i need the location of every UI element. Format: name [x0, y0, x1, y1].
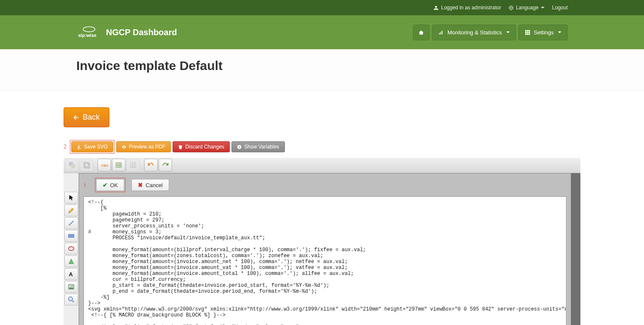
- svg-point-37: [68, 247, 74, 251]
- brand[interactable]: sip:wise NGCP Dashboard: [76, 26, 177, 39]
- undo-button[interactable]: [144, 159, 158, 171]
- sipwise-logo: sip:wise: [76, 26, 102, 39]
- eye-icon: [122, 145, 126, 149]
- svg-rect-5: [439, 33, 440, 34]
- svg-rect-16: [529, 33, 530, 34]
- callout-1-box: ✔ OK: [95, 178, 126, 192]
- arrange-icon: [68, 161, 76, 169]
- svg-rect-36: [68, 234, 74, 237]
- zoom-tool[interactable]: [64, 294, 78, 305]
- monitoring-dropdown[interactable]: Monitoring & Statistics: [432, 25, 516, 40]
- text-tool[interactable]: A: [64, 268, 78, 280]
- arrange-button: [65, 159, 79, 171]
- wireframe-icon: [115, 161, 123, 169]
- settings-label: Settings: [534, 29, 554, 36]
- line-tool[interactable]: [64, 217, 78, 229]
- cancel-button[interactable]: ✖ Cancel: [131, 179, 169, 191]
- svg-rect-14: [525, 33, 527, 34]
- svg-text:sip:wise: sip:wise: [78, 33, 96, 38]
- arrow-left-icon: [73, 115, 79, 120]
- svg-line-35: [69, 221, 73, 226]
- navbar: sip:wise NGCP Dashboard Monitoring & Sta…: [0, 15, 644, 49]
- source-code-textarea[interactable]: <!--{ [% pagewidth = 210; pageheight = 2…: [84, 196, 566, 325]
- tool-palette: A: [64, 173, 79, 325]
- preview-pdf-label: Preview as PDF: [129, 144, 165, 150]
- show-variables-button[interactable]: Show Variables: [231, 141, 285, 152]
- svg-rect-12: [527, 31, 528, 33]
- grid2-icon: [129, 161, 137, 169]
- language-label: Language: [516, 5, 538, 11]
- pencil-tool[interactable]: [64, 205, 78, 216]
- language-dropdown[interactable]: Language: [509, 5, 544, 11]
- content: Back 2 Save SVG Preview as PDF Discard C…: [0, 90, 644, 325]
- logout-link[interactable]: Logout: [552, 5, 568, 11]
- svg-text:<s>: <s>: [101, 163, 108, 168]
- select-tool[interactable]: [64, 192, 78, 204]
- svg-text:A: A: [69, 272, 72, 277]
- rect-tool[interactable]: [64, 230, 78, 242]
- source-icon: <s>: [100, 161, 108, 169]
- svg-rect-8: [525, 30, 527, 31]
- path-icon: [67, 258, 75, 265]
- svg-rect-21: [71, 164, 75, 168]
- svg-editor: <s> A: [64, 158, 580, 325]
- download-icon: [77, 145, 81, 149]
- layers-button: [80, 159, 93, 171]
- layers-icon: [83, 161, 90, 169]
- save-svg-button[interactable]: Save SVG: [71, 141, 113, 152]
- bars-icon: [438, 30, 444, 35]
- svg-rect-10: [529, 30, 530, 31]
- image-icon: [67, 283, 75, 291]
- path-tool[interactable]: [64, 255, 78, 267]
- svg-point-3: [83, 27, 95, 32]
- image-tool[interactable]: [64, 281, 78, 293]
- preview-pdf-button[interactable]: Preview as PDF: [116, 141, 171, 152]
- home-button[interactable]: [413, 25, 429, 40]
- ellipse-icon: [67, 245, 75, 252]
- svg-rect-18: [239, 146, 240, 148]
- svg-rect-9: [527, 30, 528, 31]
- chevron-down-icon: [558, 31, 561, 33]
- discard-label: Discard Changes: [185, 144, 224, 150]
- back-button[interactable]: Back: [64, 107, 109, 127]
- chevron-down-icon: [541, 7, 544, 8]
- discard-changes-button[interactable]: Discard Changes: [173, 141, 230, 152]
- home-icon: [418, 30, 424, 35]
- nav-buttons: Monitoring & Statistics Settings: [413, 25, 568, 40]
- svg-rect-25: [116, 163, 122, 168]
- text-icon: A: [67, 270, 75, 278]
- show-vars-label: Show Variables: [244, 144, 279, 150]
- svg-rect-23: [85, 163, 89, 168]
- save-svg-label: Save SVG: [84, 144, 108, 150]
- ok-label: OK: [110, 182, 118, 188]
- page-title-bar: Invoice template Default: [0, 49, 644, 90]
- undo-icon: [147, 161, 155, 169]
- redo-button[interactable]: [159, 159, 172, 171]
- ellipse-tool[interactable]: [64, 243, 78, 255]
- svg-rect-13: [529, 31, 530, 33]
- topbar: Logged in as administrator Language Logo…: [0, 0, 644, 15]
- svg-rect-7: [442, 31, 443, 34]
- svg-rect-30: [131, 162, 136, 168]
- settings-dropdown[interactable]: Settings: [519, 25, 568, 40]
- zoom-icon: [67, 296, 75, 303]
- back-label: Back: [83, 113, 100, 122]
- page-title: Invoice template Default: [76, 59, 568, 73]
- info-icon: [237, 145, 242, 149]
- dialog-buttons: 1 ✔ OK ✖ Cancel: [79, 174, 571, 196]
- svg-point-40: [69, 286, 70, 287]
- globe-icon: [509, 6, 513, 10]
- check-icon: ✔: [103, 182, 108, 188]
- callout-2: 2: [64, 143, 67, 150]
- editor-toolbar: <s>: [64, 158, 580, 173]
- wireframe-button[interactable]: [112, 159, 125, 171]
- redo-icon: [162, 161, 169, 169]
- user-icon: [434, 6, 438, 10]
- line-icon: [67, 219, 75, 227]
- logged-in-text: Logged in as administrator: [441, 5, 501, 11]
- svg-rect-11: [525, 31, 527, 33]
- chevron-down-icon: [506, 31, 510, 33]
- ok-button[interactable]: ✔ OK: [96, 179, 125, 191]
- source-button[interactable]: <s>: [98, 159, 111, 171]
- brand-title: NGCP Dashboard: [106, 28, 177, 37]
